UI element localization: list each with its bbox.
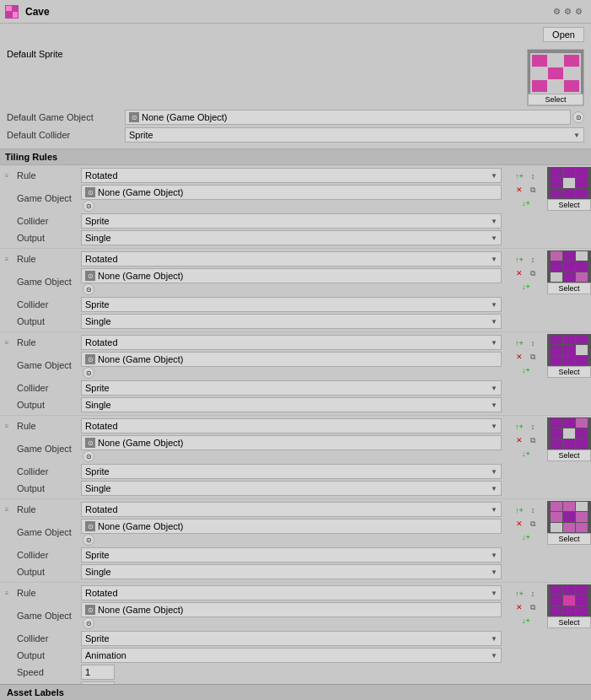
copy-btn-2[interactable]: ⧉	[527, 351, 539, 363]
output-dropdown-3[interactable]: Single ▼	[81, 481, 502, 496]
default-sprite-select-button[interactable]: Select	[528, 94, 583, 105]
game-obj-field-4[interactable]: ⊙ None (Game Object)	[81, 519, 502, 534]
rule-dropdown-1[interactable]: Rotated ▼	[81, 251, 502, 267]
rule-select-btn-0[interactable]: Select	[547, 199, 591, 211]
game-obj-circle-btn-0[interactable]: ⊙	[83, 200, 94, 212]
game-obj-text-5: None (Game Object)	[98, 605, 183, 615]
collider-dropdown-3[interactable]: Sprite ▼	[81, 464, 502, 479]
sprite-cell-5	[576, 261, 588, 271]
game-obj-circle-btn-1[interactable]: ⊙	[83, 283, 94, 295]
collider-dropdown-0[interactable]: Sprite ▼	[81, 213, 502, 229]
delete-btn-2[interactable]: ✕	[513, 351, 525, 363]
collider-dropdown-2[interactable]: Sprite ▼	[81, 380, 502, 396]
output-dropdown-5[interactable]: Animation ▼	[81, 648, 502, 663]
rules-container[interactable]: ≡ Rule Rotated ▼ Game Object	[0, 165, 591, 700]
open-button[interactable]: Open	[543, 27, 584, 42]
default-game-object-field[interactable]: ⊙ None (Game Object)	[125, 110, 571, 125]
collider-dropdown-1[interactable]: Sprite ▼	[81, 297, 502, 312]
rule-value-text-5: Rotated	[85, 588, 118, 598]
rule-dropdown-3[interactable]: Rotated ▼	[81, 418, 502, 433]
default-collider-dropdown[interactable]: Sprite ▼	[125, 127, 584, 143]
actions-row3-4: ↓+	[520, 531, 532, 543]
output-dropdown-4[interactable]: Single ▼	[81, 564, 502, 579]
drag-handle-2[interactable]: ≡	[0, 339, 13, 347]
collider-dropdown-4[interactable]: Sprite ▼	[81, 547, 502, 563]
help-icon[interactable]: ⚙	[553, 7, 561, 16]
game-obj-field-2[interactable]: ⊙ None (Game Object)	[81, 352, 502, 367]
move-btn-0[interactable]: ↕	[527, 170, 539, 182]
copy-btn-3[interactable]: ⧉	[527, 434, 539, 446]
settings-icon[interactable]: ⚙	[564, 7, 572, 16]
delete-btn-3[interactable]: ✕	[513, 434, 525, 446]
rule-value-text-1: Rotated	[85, 254, 118, 264]
move-btn-1[interactable]: ↕	[527, 254, 539, 266]
copy-btn-5[interactable]: ⧉	[527, 601, 539, 613]
sprite-cell-7	[563, 272, 575, 282]
output-dropdown-2[interactable]: Single ▼	[81, 397, 502, 412]
collider-dropdown-5[interactable]: Sprite ▼	[81, 631, 502, 646]
output-label-5: Output	[13, 650, 81, 660]
delete-btn-5[interactable]: ✕	[513, 601, 525, 613]
drag-handle-4[interactable]: ≡	[0, 506, 13, 514]
delete-btn-4[interactable]: ✕	[513, 518, 525, 530]
output-dropdown-0[interactable]: Single ▼	[81, 230, 502, 245]
add-up-btn-0[interactable]: ↑+	[513, 170, 525, 182]
move-btn-4[interactable]: ↕	[527, 504, 539, 516]
copy-btn-0[interactable]: ⧉	[527, 184, 539, 196]
collider-text-0: Sprite	[85, 216, 110, 226]
game-obj-field-3[interactable]: ⊙ None (Game Object)	[81, 435, 502, 450]
sprite-cell-0	[551, 251, 562, 261]
drag-handle-1[interactable]: ≡	[0, 256, 13, 263]
rule-value-container-3: Rotated ▼	[81, 418, 505, 433]
add-down-btn-5[interactable]: ↓+	[520, 615, 532, 627]
sprite-canvas	[530, 53, 581, 94]
add-up-btn-4[interactable]: ↑+	[513, 504, 525, 516]
game-obj-field-1[interactable]: ⊙ None (Game Object)	[81, 268, 502, 283]
collider-label-3: Collider	[13, 466, 81, 477]
rule-dropdown-4[interactable]: Rotated ▼	[81, 502, 502, 517]
game-obj-field-5[interactable]: ⊙ None (Game Object)	[81, 602, 502, 617]
add-down-btn-0[interactable]: ↓+	[520, 197, 532, 209]
rule-dropdown-5[interactable]: Rotated ▼	[81, 585, 502, 600]
output-value-2: Single ▼	[81, 397, 505, 412]
add-up-btn-3[interactable]: ↑+	[513, 421, 525, 433]
copy-btn-4[interactable]: ⧉	[527, 518, 539, 530]
rule-dropdown-0[interactable]: Rotated ▼	[81, 168, 502, 183]
default-game-object-circle-btn[interactable]: ⊙	[572, 111, 584, 123]
drag-handle-0[interactable]: ≡	[0, 172, 13, 180]
speed-input-5[interactable]	[81, 665, 115, 680]
add-down-btn-3[interactable]: ↓+	[520, 448, 532, 460]
rule-select-btn-3[interactable]: Select	[547, 450, 591, 461]
add-up-btn-2[interactable]: ↑+	[513, 337, 525, 349]
game-obj-field-0[interactable]: ⊙ None (Game Object)	[81, 185, 502, 200]
game-obj-circle-btn-4[interactable]: ⊙	[83, 534, 94, 546]
delete-btn-0[interactable]: ✕	[513, 184, 525, 196]
add-down-btn-4[interactable]: ↓+	[520, 531, 532, 543]
rule-select-btn-5[interactable]: Select	[547, 617, 591, 628]
copy-btn-1[interactable]: ⧉	[527, 267, 539, 279]
add-up-btn-5[interactable]: ↑+	[513, 588, 525, 600]
game-obj-circle-btn-5[interactable]: ⊙	[83, 617, 94, 629]
collider-text-2: Sprite	[85, 383, 110, 393]
cave-icon	[5, 5, 19, 19]
rule-dropdown-2[interactable]: Rotated ▼	[81, 335, 502, 350]
rule-select-btn-2[interactable]: Select	[547, 366, 591, 378]
game-obj-circle-btn-2[interactable]: ⊙	[83, 367, 94, 379]
add-up-btn-1[interactable]: ↑+	[513, 254, 525, 266]
delete-btn-1[interactable]: ✕	[513, 267, 525, 279]
output-dropdown-1[interactable]: Single ▼	[81, 314, 502, 329]
drag-handle-3[interactable]: ≡	[0, 423, 13, 430]
add-down-btn-1[interactable]: ↓+	[520, 281, 532, 293]
move-btn-3[interactable]: ↕	[527, 421, 539, 433]
rule-value-container-1: Rotated ▼	[81, 251, 505, 267]
rule-value-container-4: Rotated ▼	[81, 502, 505, 517]
move-btn-2[interactable]: ↕	[527, 337, 539, 349]
rule-select-btn-4[interactable]: Select	[547, 533, 591, 545]
menu-icon[interactable]: ⚙	[575, 7, 583, 16]
game-obj-circle-btn-3[interactable]: ⊙	[83, 450, 94, 462]
add-down-btn-2[interactable]: ↓+	[520, 364, 532, 376]
rule-select-btn-1[interactable]: Select	[547, 283, 591, 294]
move-btn-5[interactable]: ↕	[527, 588, 539, 600]
sprite-cell-4	[563, 428, 575, 438]
drag-handle-5[interactable]: ≡	[0, 590, 13, 597]
